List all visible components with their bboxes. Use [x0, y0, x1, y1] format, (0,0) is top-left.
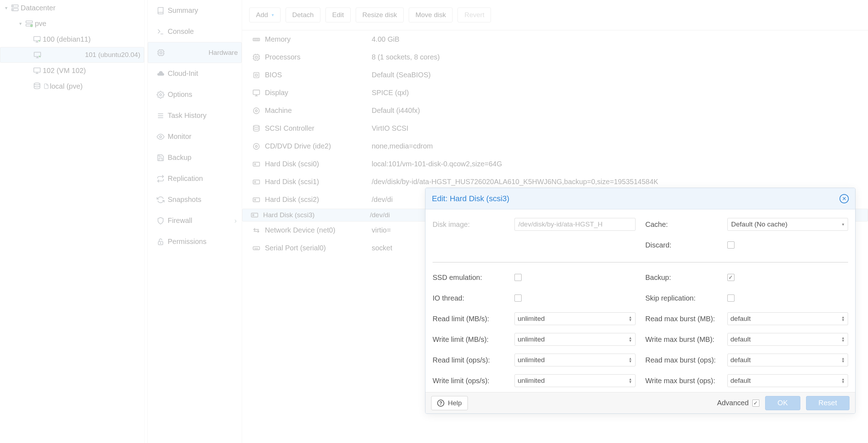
dialog-title: Edit: Hard Disk (scsi3): [432, 194, 509, 203]
menu-item-hardware[interactable]: Hardware: [148, 42, 242, 63]
svg-point-35: [253, 214, 254, 216]
iothread-checkbox[interactable]: [514, 295, 522, 302]
tree-node-pve[interactable]: ▾ pve: [0, 16, 144, 31]
svg-point-2: [13, 6, 14, 6]
tree-vm-101[interactable]: 101 (ubuntu20.04): [0, 47, 144, 63]
advanced-toggle[interactable]: Advanced: [717, 399, 759, 407]
menu-icon: [153, 175, 168, 183]
svg-point-26: [253, 143, 260, 149]
dialog-body: Disk image: Cache: Default (No cache)▾ D…: [425, 209, 855, 392]
menu-item-task-history[interactable]: Task History: [148, 105, 242, 126]
hardware-label: Memory: [265, 35, 372, 43]
ok-button[interactable]: OK: [765, 396, 800, 410]
cache-select[interactable]: Default (No cache)▾: [727, 218, 848, 231]
tree-datacenter[interactable]: ▾ Datacenter: [0, 0, 144, 16]
backup-checkbox[interactable]: [727, 274, 734, 281]
dialog-header: Edit: Hard Disk (scsi3) ✕: [425, 188, 855, 209]
label-write-ops: Write limit (ops/s):: [433, 377, 514, 385]
menu-item-monitor[interactable]: Monitor: [148, 126, 242, 147]
hardware-icon: [248, 89, 265, 97]
skip-replication-checkbox[interactable]: [727, 295, 734, 302]
write-burst-ops-input[interactable]: default▲▼: [727, 374, 848, 387]
hardware-row[interactable]: Memory4.00 GiB: [242, 31, 868, 48]
menu-icon: [153, 154, 168, 162]
hardware-label: Display: [265, 89, 372, 97]
advanced-checkbox[interactable]: [752, 400, 759, 407]
svg-point-23: [255, 110, 257, 112]
write-burst-mb-input[interactable]: default▲▼: [727, 333, 848, 346]
spinner-arrows-icon: ▲▼: [841, 337, 845, 342]
spin-value: default: [731, 315, 751, 323]
svg-rect-30: [253, 180, 260, 184]
hardware-row[interactable]: MachineDefault (i440fx): [242, 102, 868, 120]
detach-button[interactable]: Detach: [286, 7, 320, 22]
button-label: Add: [256, 11, 268, 19]
node-icon: [23, 20, 35, 27]
svg-point-27: [255, 145, 257, 147]
spinner-arrows-icon: ▲▼: [841, 357, 845, 363]
menu-item-permissions[interactable]: Permissions: [148, 231, 242, 252]
spin-value: unlimited: [518, 315, 545, 323]
tree-vm-100[interactable]: 100 (debian11): [0, 31, 144, 47]
move-disk-button[interactable]: Move disk: [409, 7, 453, 22]
read-burst-mb-input[interactable]: default▲▼: [727, 312, 848, 325]
svg-rect-9: [34, 68, 40, 72]
tree-vm-102[interactable]: 102 (VM 102): [0, 63, 144, 78]
hardware-row[interactable]: DisplaySPICE (qxl): [242, 84, 868, 102]
menu-label: Permissions: [168, 238, 206, 246]
menu-item-firewall[interactable]: Firewall›: [148, 210, 242, 231]
svg-point-13: [160, 94, 162, 96]
hardware-row[interactable]: Processors8 (1 sockets, 8 cores): [242, 48, 868, 66]
resize-disk-button[interactable]: Resize disk: [356, 7, 404, 22]
spinner-arrows-icon: ▲▼: [629, 357, 632, 363]
menu-item-summary[interactable]: Summary: [148, 0, 242, 21]
svg-point-24: [253, 108, 260, 114]
spin-value: unlimited: [518, 377, 545, 385]
hardware-row[interactable]: Hard Disk (scsi0)local:101/vm-101-disk-0…: [242, 155, 868, 173]
menu-item-options[interactable]: Options: [148, 84, 242, 105]
hardware-value: Default (i440fx): [372, 106, 868, 115]
button-label: Help: [448, 399, 462, 407]
write-limit-mb-input[interactable]: unlimited▲▼: [514, 333, 636, 346]
close-icon[interactable]: ✕: [840, 194, 849, 203]
svg-point-29: [255, 163, 256, 165]
menu-item-replication[interactable]: Replication: [148, 168, 242, 189]
ssd-checkbox[interactable]: [514, 274, 522, 281]
svg-rect-11: [158, 50, 164, 55]
hardware-row[interactable]: CD/DVD Drive (ide2)none,media=cdrom: [242, 137, 868, 155]
menu-icon: [153, 112, 168, 120]
read-limit-mb-input[interactable]: unlimited▲▼: [514, 312, 636, 325]
spinner-arrows-icon: ▲▼: [629, 337, 632, 342]
hardware-icon: [248, 142, 265, 150]
revert-button[interactable]: Revert: [457, 7, 491, 22]
reset-button[interactable]: Reset: [806, 396, 849, 410]
hardware-value: 4.00 GiB: [372, 35, 868, 43]
svg-rect-4: [26, 21, 32, 23]
menu-item-snapshots[interactable]: Snapshots: [148, 189, 242, 210]
hardware-row[interactable]: BIOSDefault (SeaBIOS): [242, 66, 868, 84]
menu-icon: [153, 217, 168, 225]
label-read-burst-ops: Read max burst (ops):: [645, 356, 727, 364]
menu-label: Summary: [168, 6, 198, 15]
chevron-right-icon: ›: [234, 217, 237, 225]
caret-icon: ▾: [3, 5, 9, 11]
write-limit-ops-input[interactable]: unlimited▲▼: [514, 374, 636, 387]
label-skip: Skip replication:: [645, 294, 727, 302]
hardware-row[interactable]: SCSI ControllerVirtIO SCSI: [242, 120, 868, 137]
help-button[interactable]: ? Help: [431, 396, 468, 410]
spinner-arrows-icon: ▲▼: [629, 316, 632, 322]
add-button[interactable]: Add▾: [249, 7, 281, 22]
menu-item-console[interactable]: Console: [148, 21, 242, 42]
tree-storage-local[interactable]: local (pve): [0, 78, 144, 94]
menu-item-backup[interactable]: Backup: [148, 147, 242, 168]
spinner-arrows-icon: ▲▼: [841, 316, 845, 322]
hardware-icon: [248, 196, 265, 204]
edit-button[interactable]: Edit: [325, 7, 351, 22]
hardware-value: Default (SeaBIOS): [372, 71, 868, 79]
menu-item-cloud-init[interactable]: Cloud-Init: [148, 63, 242, 84]
read-limit-ops-input[interactable]: unlimited▲▼: [514, 354, 636, 366]
hardware-value: none,media=cdrom: [372, 142, 868, 150]
read-burst-ops-input[interactable]: default▲▼: [727, 354, 848, 366]
hardware-value: local:101/vm-101-disk-0.qcow2,size=64G: [372, 160, 868, 168]
discard-checkbox[interactable]: [727, 241, 734, 249]
